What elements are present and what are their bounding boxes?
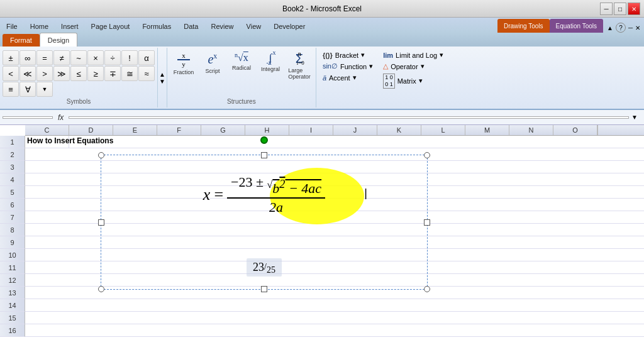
row-num-13: 13 [0, 287, 25, 299]
close-ribbon-icon[interactable]: ✕ [635, 25, 640, 31]
restore-button[interactable]: □ [614, 3, 626, 15]
col-header-o: O [553, 125, 597, 135]
tab-file[interactable]: File [0, 20, 24, 33]
matrix-arrow: ▾ [419, 77, 423, 85]
help-icon[interactable]: ? [616, 23, 626, 33]
close-button[interactable]: ✕ [628, 3, 640, 15]
minimize-ribbon-icon[interactable]: ─ [628, 25, 633, 31]
radical-button[interactable]: n√x Radical [228, 50, 255, 72]
arrow-up-icon: ▲ [607, 25, 613, 31]
colored-tabs: Drawing Tools Equation Tools [497, 19, 603, 33]
symbols-label: Symbols [3, 98, 155, 105]
accent-button[interactable]: ä Accent ▾ [320, 73, 375, 82]
small-frac-den: 25 [267, 265, 275, 275]
ribbon: ± ∞ = ≠ ~ × ÷ ! α < ≪ > ≫ ≤ ≥ ∓ ≅ ≈ ≡ ∀ … [0, 47, 644, 110]
row-num-9: 9 [0, 236, 25, 249]
script-icon: ex [208, 52, 217, 67]
row-14 [25, 299, 644, 312]
sym-minus-plus[interactable]: ∓ [104, 66, 121, 81]
bracket-button[interactable]: {()} Bracket ▾ [320, 50, 375, 60]
structures-section: x y Fraction ex Script n√x Radical x ∫ [167, 48, 316, 107]
handle-br[interactable] [424, 286, 430, 292]
handle-bc[interactable] [261, 286, 267, 292]
fraction-button[interactable]: x y Fraction [170, 50, 197, 77]
tab-developer[interactable]: Developer [267, 20, 311, 33]
tab-insert[interactable]: Insert [55, 20, 85, 33]
function-label: Function [340, 63, 367, 70]
handle-mr[interactable] [424, 219, 430, 226]
handle-tl[interactable] [98, 152, 104, 158]
radical-label: Radical [232, 65, 251, 71]
integral-button[interactable]: x ∫ -x Integral [257, 50, 284, 74]
handle-bl[interactable] [98, 286, 104, 292]
tab-format[interactable]: Format [3, 34, 40, 47]
sym-approx-eq[interactable]: ≅ [121, 66, 138, 81]
sym-not-equal[interactable]: ≠ [53, 50, 70, 65]
sym-plus-minus[interactable]: ± [3, 50, 19, 65]
sym-forall[interactable]: ∀ [19, 82, 36, 97]
sym-more[interactable]: ▼ [36, 82, 53, 97]
sym-gg[interactable]: ≫ [53, 66, 70, 81]
scroll-up-icon[interactable]: ▲ [159, 71, 165, 78]
sym-equal[interactable]: = [36, 50, 53, 65]
fraction-bottom: y [182, 60, 186, 68]
col-header-n: N [509, 125, 553, 135]
numerator: −23 ± √ b2 − 4ac [227, 174, 325, 197]
sym-leq[interactable]: ≤ [70, 66, 87, 81]
sym-ll[interactable]: ≪ [19, 66, 36, 81]
sym-divide[interactable]: ÷ [104, 50, 121, 65]
structures-label: Structures [170, 98, 313, 106]
sym-alpha[interactable]: α [138, 50, 155, 65]
limitlog-button[interactable]: lim Limit and Log ▾ [380, 50, 446, 60]
tab-formulas[interactable]: Formulas [136, 20, 177, 33]
window-controls[interactable]: ─ □ ✕ [600, 3, 640, 15]
sym-gt[interactable]: > [36, 66, 53, 81]
tab-data[interactable]: Data [177, 20, 204, 33]
spreadsheet-area: C D E F G H I J K L M N O 1 2 3 4 5 6 7 … [0, 125, 644, 337]
tab-view[interactable]: View [240, 20, 268, 33]
scroll-down-icon[interactable]: ▼ [159, 78, 165, 85]
cell-reference-box[interactable] [3, 116, 53, 119]
sym-infinity[interactable]: ∞ [19, 50, 36, 65]
sym-tilde[interactable]: ~ [70, 50, 87, 65]
tab-page-layout[interactable]: Page Layout [85, 20, 136, 33]
row-num-2: 2 [0, 148, 25, 161]
tab-design[interactable]: Design [40, 33, 77, 47]
sym-times[interactable]: × [87, 50, 104, 65]
cell-c1[interactable]: How to Insert Equations [25, 136, 69, 148]
tab-home[interactable]: Home [24, 20, 55, 33]
minimize-button[interactable]: ─ [600, 3, 613, 15]
equation-object[interactable]: x = −23 ± √ b2 − 4ac 2a [101, 155, 428, 290]
col-header-h: H [245, 125, 289, 135]
formula-input[interactable] [69, 116, 629, 119]
row-num-1: 1 [0, 136, 25, 148]
handle-tr[interactable] [424, 152, 430, 158]
matrix-button[interactable]: 1 00 1 Matrix ▾ [380, 73, 446, 89]
fraction-label: Fraction [174, 69, 194, 75]
function-button[interactable]: sin∅ Function ▾ [320, 62, 375, 71]
handle-ml[interactable] [98, 219, 104, 226]
accent-icon: ä [323, 74, 326, 82]
sym-equiv[interactable]: ≡ [3, 82, 19, 97]
rotation-handle[interactable] [260, 136, 268, 144]
sym-lt[interactable]: < [3, 66, 19, 81]
sym-approx[interactable]: ≈ [138, 66, 155, 81]
sym-geq[interactable]: ≥ [87, 66, 104, 81]
fraction-divider [227, 197, 325, 199]
script-button[interactable]: ex Script [199, 50, 226, 75]
grid-cells[interactable]: How to Insert Equations [25, 136, 644, 337]
handle-tc[interactable] [261, 152, 267, 158]
radical-icon: n√x [235, 52, 248, 63]
row-num-16: 16 [0, 324, 25, 337]
col-header-g: G [201, 125, 245, 135]
tab-review[interactable]: Review [204, 20, 240, 33]
row-num-7: 7 [0, 211, 25, 224]
large-operator-button[interactable]: n Σ i=0 LargeOperator [286, 50, 313, 81]
sym-exclaim[interactable]: ! [121, 50, 138, 65]
normal-tabs: File Home Insert Page Layout Formulas Da… [0, 20, 311, 33]
bracket-label: Bracket [335, 52, 358, 59]
matrix-label: Matrix [397, 77, 416, 85]
col-header-l: L [421, 125, 465, 135]
operator-button[interactable]: △ Operator ▾ [380, 62, 446, 71]
formula-expand-icon[interactable]: ▼ [631, 114, 641, 121]
